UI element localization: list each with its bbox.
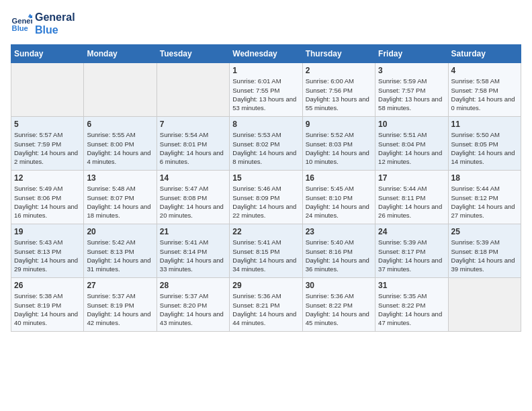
calendar-cell: 11Sunrise: 5:50 AM Sunset: 8:05 PM Dayli… <box>448 117 521 171</box>
week-row-1: 1Sunrise: 6:01 AM Sunset: 7:55 PM Daylig… <box>11 63 521 117</box>
day-info: Sunrise: 5:41 AM Sunset: 8:15 PM Dayligh… <box>232 238 299 273</box>
calendar-cell: 31Sunrise: 5:35 AM Sunset: 8:22 PM Dayli… <box>375 278 448 332</box>
day-number: 16 <box>306 173 372 183</box>
day-info: Sunrise: 5:52 AM Sunset: 8:03 PM Dayligh… <box>306 130 372 166</box>
calendar-cell: 4Sunrise: 5:58 AM Sunset: 7:58 PM Daylig… <box>448 63 521 117</box>
day-info: Sunrise: 5:46 AM Sunset: 8:09 PM Dayligh… <box>232 184 299 220</box>
calendar-cell: 9Sunrise: 5:52 AM Sunset: 8:03 PM Daylig… <box>302 117 375 171</box>
calendar-cell <box>84 63 157 117</box>
calendar-table: SundayMondayTuesdayWednesdayThursdayFrid… <box>11 44 521 332</box>
day-number: 6 <box>87 120 153 129</box>
day-number: 20 <box>87 227 153 236</box>
day-info: Sunrise: 5:44 AM Sunset: 8:11 PM Dayligh… <box>378 184 445 220</box>
calendar-cell: 5Sunrise: 5:57 AM Sunset: 7:59 PM Daylig… <box>11 117 84 171</box>
calendar-cell: 13Sunrise: 5:48 AM Sunset: 8:07 PM Dayli… <box>84 171 157 224</box>
logo: General Blue General Blue <box>11 11 75 36</box>
calendar-cell: 19Sunrise: 5:43 AM Sunset: 8:13 PM Dayli… <box>11 224 84 278</box>
calendar-cell: 16Sunrise: 5:45 AM Sunset: 8:10 PM Dayli… <box>302 171 375 224</box>
calendar-cell: 3Sunrise: 5:59 AM Sunset: 7:57 PM Daylig… <box>375 63 448 117</box>
svg-text:Blue: Blue <box>12 24 28 32</box>
header-friday: Friday <box>375 45 448 63</box>
calendar-cell: 29Sunrise: 5:36 AM Sunset: 8:21 PM Dayli… <box>230 278 302 332</box>
day-number: 23 <box>306 227 372 236</box>
logo-blue: Blue <box>35 24 75 36</box>
day-number: 27 <box>87 281 153 290</box>
week-row-5: 26Sunrise: 5:38 AM Sunset: 8:19 PM Dayli… <box>11 278 521 332</box>
day-number: 3 <box>378 66 445 75</box>
day-info: Sunrise: 5:47 AM Sunset: 8:08 PM Dayligh… <box>160 184 226 220</box>
day-info: Sunrise: 5:42 AM Sunset: 8:13 PM Dayligh… <box>87 238 153 273</box>
day-number: 8 <box>232 120 299 129</box>
page-header: General Blue General Blue <box>11 11 521 36</box>
day-number: 19 <box>14 227 81 236</box>
day-number: 15 <box>232 173 299 183</box>
day-number: 9 <box>306 120 372 129</box>
header-thursday: Thursday <box>302 45 375 63</box>
day-number: 22 <box>232 227 299 236</box>
day-number: 18 <box>451 173 518 183</box>
calendar-cell <box>448 278 521 332</box>
calendar-cell <box>11 63 84 117</box>
day-number: 14 <box>160 173 226 183</box>
calendar-cell: 8Sunrise: 5:53 AM Sunset: 8:02 PM Daylig… <box>230 117 302 171</box>
calendar-cell <box>157 63 229 117</box>
calendar-cell: 30Sunrise: 5:36 AM Sunset: 8:22 PM Dayli… <box>302 278 375 332</box>
day-info: Sunrise: 5:59 AM Sunset: 7:57 PM Dayligh… <box>378 77 445 112</box>
calendar-cell: 12Sunrise: 5:49 AM Sunset: 8:06 PM Dayli… <box>11 171 84 224</box>
calendar-cell: 23Sunrise: 5:40 AM Sunset: 8:16 PM Dayli… <box>302 224 375 278</box>
day-number: 4 <box>451 66 518 75</box>
day-number: 2 <box>306 66 372 75</box>
day-number: 31 <box>378 281 445 290</box>
day-number: 17 <box>378 173 445 183</box>
calendar-cell: 1Sunrise: 6:01 AM Sunset: 7:55 PM Daylig… <box>230 63 302 117</box>
calendar-cell: 6Sunrise: 5:55 AM Sunset: 8:00 PM Daylig… <box>84 117 157 171</box>
calendar-cell: 22Sunrise: 5:41 AM Sunset: 8:15 PM Dayli… <box>230 224 302 278</box>
calendar-cell: 21Sunrise: 5:41 AM Sunset: 8:14 PM Dayli… <box>157 224 229 278</box>
calendar-cell: 25Sunrise: 5:39 AM Sunset: 8:18 PM Dayli… <box>448 224 521 278</box>
calendar-cell: 26Sunrise: 5:38 AM Sunset: 8:19 PM Dayli… <box>11 278 84 332</box>
week-row-4: 19Sunrise: 5:43 AM Sunset: 8:13 PM Dayli… <box>11 224 521 278</box>
day-info: Sunrise: 5:51 AM Sunset: 8:04 PM Dayligh… <box>378 130 445 166</box>
calendar-cell: 7Sunrise: 5:54 AM Sunset: 8:01 PM Daylig… <box>157 117 229 171</box>
day-info: Sunrise: 6:00 AM Sunset: 7:56 PM Dayligh… <box>306 77 372 112</box>
day-number: 1 <box>232 66 299 75</box>
calendar-cell: 17Sunrise: 5:44 AM Sunset: 8:11 PM Dayli… <box>375 171 448 224</box>
day-info: Sunrise: 5:49 AM Sunset: 8:06 PM Dayligh… <box>14 184 81 220</box>
day-info: Sunrise: 5:50 AM Sunset: 8:05 PM Dayligh… <box>451 130 518 166</box>
header-sunday: Sunday <box>11 45 84 63</box>
day-number: 25 <box>451 227 518 236</box>
header-monday: Monday <box>84 45 157 63</box>
week-row-2: 5Sunrise: 5:57 AM Sunset: 7:59 PM Daylig… <box>11 117 521 171</box>
day-info: Sunrise: 6:01 AM Sunset: 7:55 PM Dayligh… <box>232 77 299 112</box>
day-info: Sunrise: 5:44 AM Sunset: 8:12 PM Dayligh… <box>451 184 518 220</box>
day-info: Sunrise: 5:55 AM Sunset: 8:00 PM Dayligh… <box>87 130 153 166</box>
calendar-cell: 15Sunrise: 5:46 AM Sunset: 8:09 PM Dayli… <box>230 171 302 224</box>
day-number: 12 <box>14 173 81 183</box>
day-number: 10 <box>378 120 445 129</box>
day-number: 7 <box>160 120 226 129</box>
calendar-cell: 20Sunrise: 5:42 AM Sunset: 8:13 PM Dayli… <box>84 224 157 278</box>
day-info: Sunrise: 5:36 AM Sunset: 8:21 PM Dayligh… <box>232 291 299 327</box>
day-number: 28 <box>160 281 226 290</box>
day-info: Sunrise: 5:43 AM Sunset: 8:13 PM Dayligh… <box>14 238 81 273</box>
day-info: Sunrise: 5:53 AM Sunset: 8:02 PM Dayligh… <box>232 130 299 166</box>
day-number: 26 <box>14 281 81 290</box>
day-info: Sunrise: 5:37 AM Sunset: 8:19 PM Dayligh… <box>87 291 153 327</box>
day-info: Sunrise: 5:41 AM Sunset: 8:14 PM Dayligh… <box>160 238 226 273</box>
calendar-cell: 28Sunrise: 5:37 AM Sunset: 8:20 PM Dayli… <box>157 278 229 332</box>
day-info: Sunrise: 5:39 AM Sunset: 8:18 PM Dayligh… <box>451 238 518 273</box>
calendar-cell: 14Sunrise: 5:47 AM Sunset: 8:08 PM Dayli… <box>157 171 229 224</box>
day-number: 13 <box>87 173 153 183</box>
day-number: 11 <box>451 120 518 129</box>
day-info: Sunrise: 5:57 AM Sunset: 7:59 PM Dayligh… <box>14 130 81 166</box>
day-info: Sunrise: 5:40 AM Sunset: 8:16 PM Dayligh… <box>306 238 372 273</box>
day-info: Sunrise: 5:58 AM Sunset: 7:58 PM Dayligh… <box>451 77 518 112</box>
day-info: Sunrise: 5:35 AM Sunset: 8:22 PM Dayligh… <box>378 291 445 327</box>
calendar-cell: 24Sunrise: 5:39 AM Sunset: 8:17 PM Dayli… <box>375 224 448 278</box>
day-info: Sunrise: 5:38 AM Sunset: 8:19 PM Dayligh… <box>14 291 81 327</box>
calendar-cell: 18Sunrise: 5:44 AM Sunset: 8:12 PM Dayli… <box>448 171 521 224</box>
header-tuesday: Tuesday <box>157 45 229 63</box>
day-info: Sunrise: 5:45 AM Sunset: 8:10 PM Dayligh… <box>306 184 372 220</box>
logo-general: General <box>35 11 75 24</box>
day-number: 24 <box>378 227 445 236</box>
